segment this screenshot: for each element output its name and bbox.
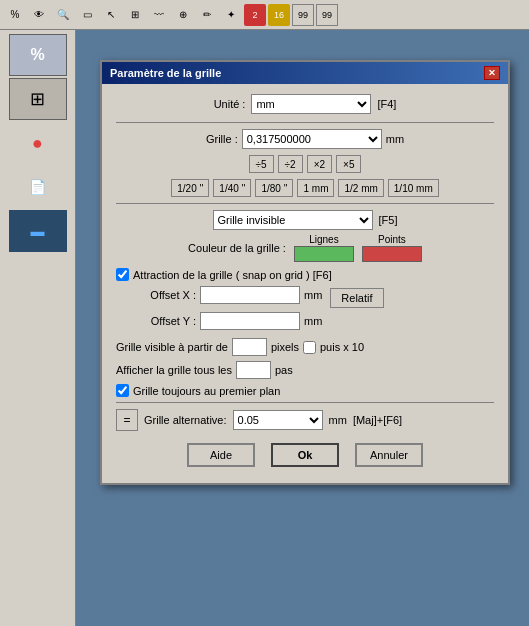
grille-value-select[interactable]: 0,317500000 <box>242 129 382 149</box>
offset-x-input[interactable]: 0 <box>200 286 300 304</box>
toolbar-btn-num99b[interactable]: 99 <box>316 4 338 26</box>
afficher-label: Afficher la grille tous les <box>116 364 232 376</box>
sidebar: % ⊞ ● 📄 ▬ <box>0 30 76 626</box>
offset-y-row: Offset Y : 0 mm <box>116 312 322 330</box>
grille-unit: mm <box>386 133 404 145</box>
dialog-close-button[interactable]: ✕ <box>484 66 500 80</box>
annuler-button[interactable]: Annuler <box>355 443 423 467</box>
afficher-input[interactable]: 2 <box>236 361 271 379</box>
snap-label: Attraction de la grille ( snap on grid )… <box>133 269 332 281</box>
frac-btn-group: 1/20 '' 1/40 '' 1/80 '' 1 mm 1/2 mm 1/10… <box>116 179 494 197</box>
toolbar-btn-rect[interactable]: ▭ <box>76 4 98 26</box>
afficher-unit: pas <box>275 364 293 376</box>
grille-type-shortcut: [F5] <box>379 214 398 226</box>
offset-x-label: Offset X : <box>116 289 196 301</box>
dialog-footer: Aide Ok Annuler <box>116 435 494 473</box>
visible-row: Grille visible à partir de 3 pixels puis… <box>116 338 494 356</box>
snap-row: Attraction de la grille ( snap on grid )… <box>116 268 494 281</box>
sidebar-item-percent[interactable]: % <box>9 34 67 76</box>
toujours-label: Grille toujours au premier plan <box>133 385 280 397</box>
toujours-row: Grille toujours au premier plan <box>116 384 494 397</box>
toolbar-btn-search[interactable]: 🔍 <box>52 4 74 26</box>
lignes-color-swatch[interactable] <box>294 246 354 262</box>
color-row: Couleur de la grille : Lignes Points <box>116 234 494 262</box>
toujours-checkbox[interactable] <box>116 384 129 397</box>
visible-label: Grille visible à partir de <box>116 341 228 353</box>
offset-y-unit: mm <box>304 315 322 327</box>
sidebar-item-screen[interactable]: ▬ <box>9 210 67 252</box>
toolbar-btn-num99a[interactable]: 99 <box>292 4 314 26</box>
alt-grille-shortcut: [Maj]+[F6] <box>353 414 402 426</box>
dialog-titlebar: Paramètre de la grille ✕ <box>102 62 508 84</box>
sidebar-item-document[interactable]: 📄 <box>9 166 67 208</box>
btn-div5[interactable]: ÷5 <box>249 155 274 173</box>
afficher-row: Afficher la grille tous les 2 pas <box>116 361 494 379</box>
toolbar-btn-percent[interactable]: % <box>4 4 26 26</box>
toolbar-btn-num16[interactable]: 16 <box>268 4 290 26</box>
toolbar-btn-wave[interactable]: 〰 <box>148 4 170 26</box>
offsets-block: Offset X : 0 mm Offset Y : 0 mm <box>116 286 322 334</box>
toolbar-btn-multi[interactable]: ⊕ <box>172 4 194 26</box>
grille-label: Grille : <box>206 133 238 145</box>
puis-checkbox[interactable] <box>303 341 316 354</box>
couleur-label: Couleur de la grille : <box>188 242 286 254</box>
btn-1mm[interactable]: 1 mm <box>297 179 334 197</box>
lignes-label: Lignes <box>309 234 338 245</box>
dialog-parametre-grille: Paramètre de la grille ✕ Unité : mm cm i… <box>100 60 510 485</box>
unite-select[interactable]: mm cm inch <box>251 94 371 114</box>
separator-2 <box>116 203 494 204</box>
btn-mul2[interactable]: ×2 <box>307 155 332 173</box>
btn-mul5[interactable]: ×5 <box>336 155 361 173</box>
toolbar-btn-num2[interactable]: 2 <box>244 4 266 26</box>
puis-label: puis x 10 <box>320 341 364 353</box>
offset-y-label: Offset Y : <box>116 315 196 327</box>
unite-label: Unité : <box>214 98 246 110</box>
snap-checkbox[interactable] <box>116 268 129 281</box>
alt-grille-bar: = Grille alternative: 0.05 mm [Maj]+[F6] <box>116 402 494 435</box>
toolbar-btn-pen[interactable]: ✏ <box>196 4 218 26</box>
relatif-button[interactable]: Relatif <box>330 288 383 308</box>
toolbar-btn-eye[interactable]: 👁 <box>28 4 50 26</box>
dialog-body: Unité : mm cm inch [F4] Grille : 0,31750… <box>102 84 508 483</box>
offset-x-row: Offset X : 0 mm <box>116 286 322 304</box>
eq-button[interactable]: = <box>116 409 138 431</box>
offsets-container: Offset X : 0 mm Offset Y : 0 mm Relatif <box>116 286 494 334</box>
grille-type-row: Grille invisible Grille de points Grille… <box>116 210 494 230</box>
points-color-swatch[interactable] <box>362 246 422 262</box>
toolbar-btn-cursor[interactable]: ↖ <box>100 4 122 26</box>
alt-grille-label: Grille alternative: <box>144 414 227 426</box>
offset-y-input[interactable]: 0 <box>200 312 300 330</box>
ok-button[interactable]: Ok <box>271 443 339 467</box>
alt-grille-select[interactable]: 0.05 <box>233 410 323 430</box>
sidebar-item-color[interactable]: ● <box>9 122 67 164</box>
unite-row: Unité : mm cm inch [F4] <box>116 94 494 114</box>
toolbar-btn-grid2[interactable]: ⊞ <box>124 4 146 26</box>
toolbar-btn-wand[interactable]: ✦ <box>220 4 242 26</box>
btn-tenth[interactable]: 1/10 mm <box>388 179 439 197</box>
btn-half[interactable]: 1/2 mm <box>338 179 383 197</box>
btn-div2[interactable]: ÷2 <box>278 155 303 173</box>
separator-1 <box>116 122 494 123</box>
grille-row: Grille : 0,317500000 mm <box>116 129 494 149</box>
dialog-title: Paramètre de la grille <box>110 67 221 79</box>
alt-grille-unit: mm <box>329 414 347 426</box>
points-label: Points <box>378 234 406 245</box>
offset-x-unit: mm <box>304 289 322 301</box>
sidebar-item-grid[interactable]: ⊞ <box>9 78 67 120</box>
btn-1-20[interactable]: 1/20 '' <box>171 179 209 197</box>
calc-btn-group-1: ÷5 ÷2 ×2 ×5 <box>116 155 494 173</box>
unite-shortcut: [F4] <box>377 98 396 110</box>
btn-1-80[interactable]: 1/80 '' <box>255 179 293 197</box>
visible-input[interactable]: 3 <box>232 338 267 356</box>
visible-unit: pixels <box>271 341 299 353</box>
aide-button[interactable]: Aide <box>187 443 255 467</box>
grille-type-select[interactable]: Grille invisible Grille de points Grille… <box>213 210 373 230</box>
toolbar: % 👁 🔍 ▭ ↖ ⊞ 〰 ⊕ ✏ ✦ 2 16 99 99 <box>0 0 529 30</box>
btn-1-40[interactable]: 1/40 '' <box>213 179 251 197</box>
